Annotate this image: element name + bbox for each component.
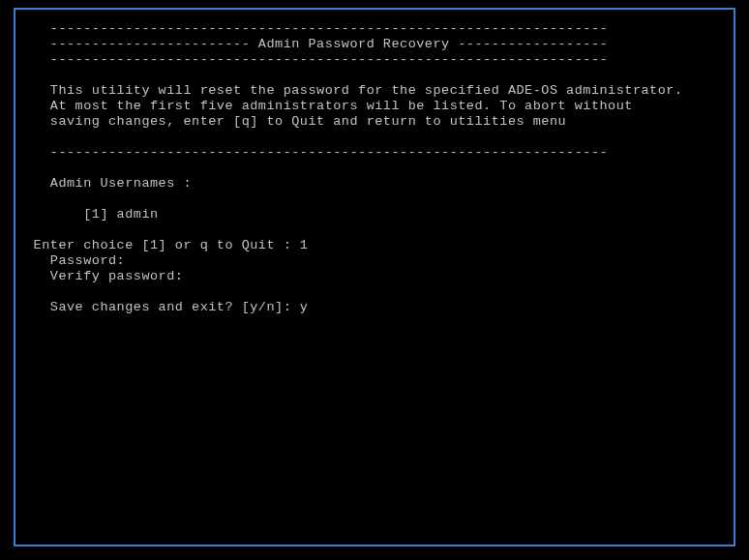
prompt-password[interactable]: Password: bbox=[25, 253, 732, 269]
separator: ----------------------------------------… bbox=[25, 145, 732, 161]
prompt-choice[interactable]: Enter choice [1] or q to Quit : 1 bbox=[25, 238, 732, 253]
blank-line bbox=[25, 161, 732, 176]
intro-line-3: saving changes, enter [q] to Quit and re… bbox=[25, 114, 732, 130]
blank-line bbox=[25, 192, 732, 207]
header-title: ------------------------ Admin Password … bbox=[25, 37, 732, 52]
intro-line-2: At most the first five administrators wi… bbox=[25, 99, 732, 114]
username-item-1: [1] admin bbox=[25, 207, 732, 222]
usernames-label: Admin Usernames : bbox=[25, 176, 732, 192]
prompt-verify[interactable]: Verify password: bbox=[25, 269, 732, 284]
blank-line bbox=[25, 130, 732, 145]
prompt-save[interactable]: Save changes and exit? [y/n]: y bbox=[25, 300, 732, 315]
terminal-window[interactable]: ----------------------------------------… bbox=[14, 8, 735, 546]
blank-line bbox=[25, 222, 732, 238]
intro-line-1: This utility will reset the password for… bbox=[25, 83, 732, 99]
header-dash-bottom: ----------------------------------------… bbox=[25, 52, 732, 68]
blank-line bbox=[25, 284, 732, 300]
header-dash-top: ----------------------------------------… bbox=[25, 21, 732, 37]
blank-line bbox=[25, 68, 732, 83]
